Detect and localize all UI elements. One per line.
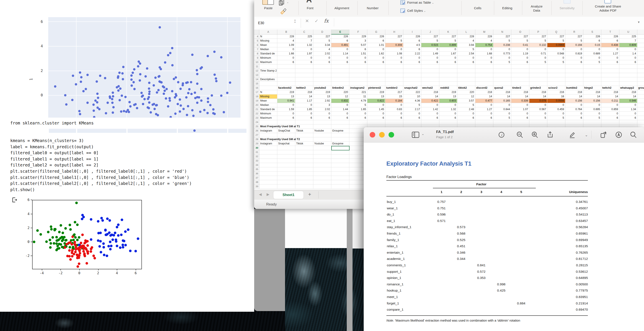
grid-cell-D28[interactable] <box>313 137 331 142</box>
grid-cell-C26[interactable]: Tiktok <box>295 129 313 133</box>
grid-cell-O12[interactable] <box>511 69 529 73</box>
grid-cell-L4[interactable]: 228 <box>457 34 475 39</box>
grid-cell-J11[interactable] <box>421 64 439 69</box>
grid-cell-B14[interactable] <box>277 77 295 82</box>
grid-cell-B39[interactable] <box>277 184 295 189</box>
grid-cell-F22[interactable]: 0 <box>349 112 367 116</box>
grid-cell-R15[interactable] <box>565 82 583 86</box>
grid-cell-C30[interactable] <box>295 146 313 150</box>
grid-cell-M15[interactable] <box>475 82 493 86</box>
grid-cell-E12[interactable] <box>331 69 349 73</box>
grid-cell-A11[interactable] <box>259 64 277 69</box>
grid-cell-N23[interactable]: 5 <box>493 116 511 120</box>
grid-cell-I15[interactable] <box>403 82 421 86</box>
grid-cell-B11[interactable] <box>277 64 295 69</box>
grid-cell-G20[interactable]: 0 <box>367 103 385 107</box>
grid-cell-U7[interactable]: 0 <box>619 47 637 52</box>
column-header-F[interactable]: F <box>349 30 367 34</box>
grid-cell-B19[interactable]: 0.941 <box>277 99 295 103</box>
grid-cell-Q7[interactable]: 0 <box>547 47 565 52</box>
column-header-K[interactable]: K <box>439 30 457 34</box>
grid-cell-C32[interactable] <box>295 154 313 159</box>
grid-cell-O16[interactable]: tinder2 <box>511 86 529 90</box>
grid-cell-N5[interactable]: 5 <box>493 39 511 43</box>
grid-cell-R9[interactable]: 0 <box>565 56 583 60</box>
name-box-spinner[interactable]: ▲▼ <box>294 19 296 24</box>
column-header-M[interactable]: M <box>475 30 493 34</box>
grid-cell-A19[interactable]: Mean <box>259 99 277 103</box>
grid-cell-M16[interactable]: discord2 <box>475 86 493 90</box>
grid-cell-P16[interactable]: grinder2 <box>529 86 547 90</box>
grid-cell-J21[interactable]: 1.42 <box>421 107 439 112</box>
grid-cell-E33[interactable] <box>331 159 349 163</box>
share-icon[interactable] <box>546 131 554 138</box>
copy-chevron-icon[interactable]: ⌄ <box>287 1 289 4</box>
grid-cell-S11[interactable] <box>583 64 601 69</box>
grid-cell-B5[interactable]: 4 <box>277 39 295 43</box>
grid-cell-N14[interactable] <box>493 77 511 82</box>
grid-cell-U22[interactable]: 0 <box>619 112 637 116</box>
grid-cell-J24[interactable] <box>421 120 439 124</box>
grid-cell-A13[interactable] <box>259 73 277 77</box>
grid-cell-A16[interactable] <box>259 86 277 90</box>
grid-cell-C13[interactable] <box>295 73 313 77</box>
grid-cell-M19[interactable]: 0.477 <box>475 99 493 103</box>
grid-cell-F18[interactable]: 11 <box>349 94 367 99</box>
grid-cell-Q9[interactable]: 0 <box>547 56 565 60</box>
grid-cell-F13[interactable] <box>349 73 367 77</box>
grid-cell-H7[interactable]: 0 <box>385 47 403 52</box>
grid-cell-K16[interactable]: reddit2 <box>439 86 457 90</box>
grid-cell-F21[interactable]: 1.65 <box>349 107 367 112</box>
grid-cell-C38[interactable] <box>295 180 313 184</box>
grid-cell-O22[interactable]: 0 <box>511 112 529 116</box>
grid-cell-B20[interactable]: 0 <box>277 103 295 107</box>
grid-cell-F17[interactable]: 221 <box>349 90 367 94</box>
grid-cell-N22[interactable]: 0 <box>493 112 511 116</box>
grid-cell-M21[interactable]: 1.27 <box>475 107 493 112</box>
grid-cell-A28[interactable]: Most Frequently Used SM at T2 <box>259 137 277 142</box>
grid-cell-A10[interactable]: Maximum <box>259 60 277 64</box>
grid-cell-V19[interactable] <box>637 99 644 103</box>
grid-cell-N21[interactable]: 0.644 <box>493 107 511 112</box>
grid-cell-J4[interactable]: 227 <box>421 34 439 39</box>
grid-cell-D37[interactable] <box>313 176 331 180</box>
grid-cell-P17[interactable]: 218 <box>529 90 547 94</box>
grid-cell-B28[interactable] <box>277 137 295 142</box>
grid-cell-E4[interactable]: 226 <box>331 34 349 39</box>
grid-cell-Q24[interactable] <box>547 120 565 124</box>
grid-cell-B37[interactable] <box>277 176 295 180</box>
grid-cell-V23[interactable] <box>637 116 644 120</box>
grid-cell-M4[interactable]: 228 <box>475 34 493 39</box>
grid-cell-E10[interactable]: 6 <box>331 60 349 64</box>
grid-cell-K4[interactable]: 227 <box>439 34 457 39</box>
grid-cell-E7[interactable]: 0 <box>331 47 349 52</box>
grid-cell-C21[interactable]: 1.85 <box>295 107 313 112</box>
column-header-U[interactable]: U <box>619 30 637 34</box>
grid-cell-T7[interactable]: 0 <box>601 47 619 52</box>
grid-cell-E22[interactable]: 0 <box>331 112 349 116</box>
grid-cell-S12[interactable] <box>583 69 601 73</box>
column-header-S[interactable]: S <box>583 30 601 34</box>
grid-cell-D25[interactable] <box>313 124 331 129</box>
grid-cell-J20[interactable]: 0 <box>421 103 439 107</box>
grid-cell-S16[interactable]: hinge2 <box>583 86 601 90</box>
grid-cell-O17[interactable]: 218 <box>511 90 529 94</box>
grid-cell-T8[interactable]: 1.27 <box>601 52 619 56</box>
grid-cell-T24[interactable] <box>601 120 619 124</box>
cancel-icon[interactable]: ✕ <box>305 18 309 24</box>
grid-cell-J13[interactable] <box>421 73 439 77</box>
grid-cell-C4[interactable]: 225 <box>295 34 313 39</box>
grid-cell-H24[interactable] <box>385 120 403 124</box>
code-line[interactable]: label = kmeans.fit_predict(output) <box>10 144 192 150</box>
grid-cell-L24[interactable] <box>457 120 475 124</box>
grid-cell-E31[interactable] <box>331 150 349 154</box>
grid-cell-J6[interactable]: 0.515 <box>421 43 439 47</box>
pdf-titlebar[interactable]: ⌄ FA_T1.pdf Page 1 of 2 i ⌄ <box>364 127 644 142</box>
formula-expand-icon[interactable]: ▼ <box>637 20 640 24</box>
grid-cell-F20[interactable]: 5 <box>349 103 367 107</box>
grid-cell-J19[interactable]: 0.422 <box>421 99 439 103</box>
grid-cell-E25[interactable] <box>331 124 349 129</box>
grid-cell-M6[interactable]: 0.754 <box>475 43 493 47</box>
grid-cell-H18[interactable]: 15 <box>385 94 403 99</box>
grid-cell-K7[interactable]: 0 <box>439 47 457 52</box>
